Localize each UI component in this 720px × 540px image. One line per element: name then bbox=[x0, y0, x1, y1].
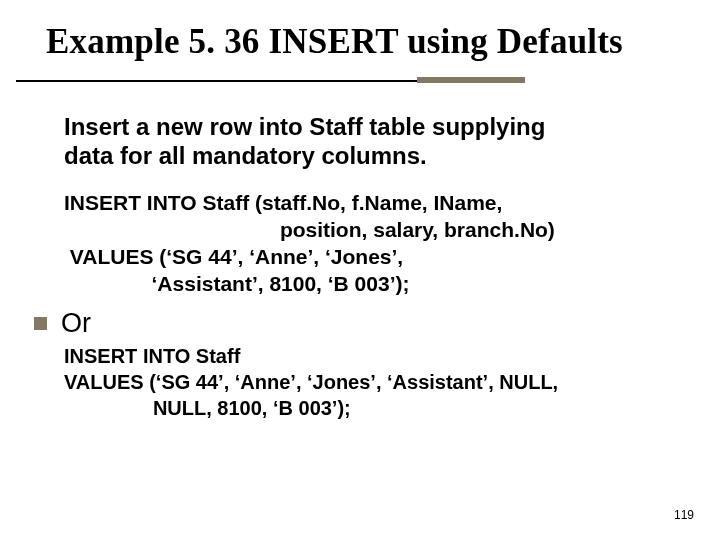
sql-block-2: INSERT INTO Staff VALUES (‘SG 44’, ‘Anne… bbox=[64, 343, 680, 421]
or-label: Or bbox=[61, 308, 91, 339]
sql2-line3: NULL, 8100, ‘B 003’); bbox=[64, 397, 351, 419]
intro-text: Insert a new row into Staff table supply… bbox=[64, 112, 680, 171]
sql1-line3: VALUES (‘SG 44’, ‘Anne’, ‘Jones’, bbox=[64, 245, 403, 268]
sql2-line1: INSERT INTO Staff bbox=[64, 345, 240, 367]
intro-line1: Insert a new row into Staff table supply… bbox=[64, 113, 545, 140]
sql1-line1: INSERT INTO Staff (staff.No, f.Name, INa… bbox=[64, 191, 502, 214]
page-number: 119 bbox=[674, 508, 694, 522]
square-bullet-icon bbox=[34, 317, 47, 330]
rule-accent bbox=[417, 77, 525, 83]
sql2-line2: VALUES (‘SG 44’, ‘Anne’, ‘Jones’, ‘Assis… bbox=[64, 371, 558, 393]
slide-title: Example 5. 36 INSERT using Defaults bbox=[0, 0, 720, 62]
or-row: Or bbox=[34, 308, 680, 339]
slide-content: Insert a new row into Staff table supply… bbox=[0, 80, 720, 421]
intro-line2: data for all mandatory columns. bbox=[64, 142, 427, 169]
sql-block-1: INSERT INTO Staff (staff.No, f.Name, INa… bbox=[64, 189, 680, 298]
sql1-line2: position, salary, branch.No) bbox=[64, 218, 555, 241]
sql1-line4: ‘Assistant’, 8100, ‘B 003’); bbox=[64, 272, 409, 295]
